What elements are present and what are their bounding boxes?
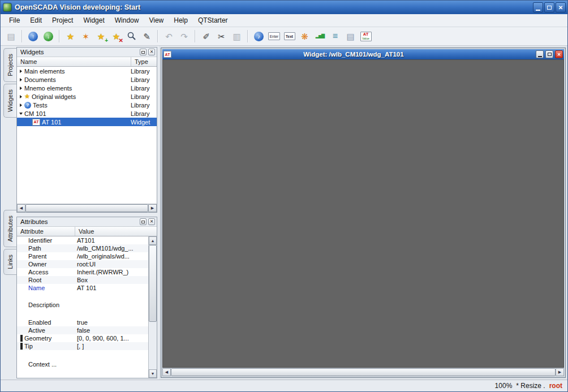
attr-row-name[interactable]: Name AT 101 <box>17 284 148 292</box>
diagram-element-icon[interactable]: ▂▅▇ <box>312 29 328 44</box>
menu-help[interactable]: Help <box>169 15 193 26</box>
paste-icon[interactable]: ▥ <box>229 29 244 44</box>
expand-arrow-icon[interactable] <box>17 78 24 81</box>
widgets-panel-header[interactable]: Widgets ✕ <box>17 48 157 57</box>
cursor-icon[interactable]: ✐ <box>199 29 214 44</box>
maximize-button[interactable] <box>544 2 554 12</box>
library-load-icon[interactable]: ✶ <box>78 29 93 44</box>
tree-row-tests[interactable]: ? Tests Library <box>17 101 157 109</box>
attr-row-context[interactable]: Context ... <box>17 360 148 368</box>
tree-row-main-elements[interactable]: Main elements Library <box>17 67 157 75</box>
media-element-icon[interactable]: ❋ <box>297 29 312 44</box>
column-type[interactable]: Type <box>131 57 157 66</box>
scroll-down-icon[interactable]: ▼ <box>149 369 157 378</box>
widget-add-icon[interactable]: ★+ <box>93 29 109 44</box>
tab-links[interactable]: Links <box>3 249 16 275</box>
float-button[interactable] <box>140 49 147 55</box>
toolbar-separator <box>59 30 60 42</box>
expand-arrow-icon[interactable] <box>17 95 24 98</box>
form-element-icon[interactable]: Enter <box>266 29 282 44</box>
attr-row-identifier[interactable]: Identifier AT101 <box>17 236 148 244</box>
attr-row-path[interactable]: Path /wlb_CM101/wdg_... <box>17 244 148 252</box>
tree-row-cm101[interactable]: CM 101 Library <box>17 109 157 118</box>
attr-row-geometry[interactable]: Geometry [0, 0, 900, 600, 1... <box>17 334 148 342</box>
attributes-column-header: Attribute Value <box>17 227 157 236</box>
column-attribute[interactable]: Attribute <box>17 227 75 236</box>
attr-row-owner[interactable]: Owner root:UI <box>17 260 148 268</box>
undo-icon[interactable]: ↶ <box>161 29 177 44</box>
sound-element-icon[interactable]: ♪ <box>251 29 266 44</box>
scroll-thumb[interactable] <box>25 204 148 212</box>
mdi-close-button[interactable]: ✕ <box>555 50 563 58</box>
scroll-left-icon[interactable]: ◀ <box>17 204 25 212</box>
mdi-maximize-button[interactable] <box>545 50 553 58</box>
menu-widget[interactable]: Widget <box>78 15 109 26</box>
attr-row-description[interactable]: Description <box>17 301 148 309</box>
attr-row-active[interactable]: Active false <box>17 326 148 334</box>
attr-row-root[interactable]: Root Box <box>17 276 148 284</box>
dock-close-button[interactable]: ✕ <box>148 49 155 55</box>
expand-arrow-icon[interactable] <box>20 335 23 342</box>
attr-row-tip[interactable]: Tip [, ] <box>17 342 148 350</box>
document-element-icon[interactable]: ▤ <box>343 29 358 44</box>
collapse-arrow-icon[interactable] <box>17 113 24 115</box>
scroll-thumb[interactable] <box>149 245 157 322</box>
toolbar-separator <box>247 30 248 42</box>
menu-project[interactable]: Project <box>47 15 78 26</box>
widget-editor-titlebar[interactable]: AT Widget: /wlb_CM101/wdg_AT101 ✕ <box>162 49 564 59</box>
redo-icon[interactable]: ↷ <box>177 29 192 44</box>
menu-window[interactable]: Window <box>110 15 144 26</box>
scroll-left-icon[interactable]: ◀ <box>162 368 171 376</box>
widgets-horizontal-scrollbar[interactable]: ◀ ▶ <box>17 204 157 212</box>
protocol-element-icon[interactable]: ≡ <box>328 29 343 44</box>
scroll-right-icon[interactable]: ▶ <box>556 368 564 376</box>
text-element-icon[interactable]: Text <box>282 29 297 44</box>
print-icon[interactable]: ▤ <box>3 29 19 44</box>
library-new-icon[interactable]: ★ <box>63 29 78 44</box>
tree-row-original-widgets[interactable]: ★ Original widgets Library <box>17 92 157 101</box>
close-button[interactable]: ✕ <box>556 2 566 12</box>
statusbar: 100% * Resize . root <box>1 380 567 391</box>
expand-arrow-icon[interactable] <box>17 87 24 90</box>
save-db-icon[interactable]: ↓ <box>41 29 56 44</box>
widget-edit-icon[interactable]: ✎ <box>139 29 154 44</box>
expand-arrow-icon[interactable] <box>17 104 24 107</box>
mdi-minimize-button[interactable] <box>536 50 544 58</box>
menu-edit[interactable]: Edit <box>25 15 47 26</box>
attr-row-parent[interactable]: Parent /wlb_originals/wd... <box>17 252 148 260</box>
widget-delete-icon[interactable]: ★✕ <box>109 29 124 44</box>
scroll-thumb[interactable] <box>171 368 556 376</box>
titlebar[interactable]: OpenSCADA Vision developing: Start ✕ <box>1 1 567 14</box>
expand-arrow-icon[interactable] <box>20 343 23 350</box>
scroll-right-icon[interactable]: ▶ <box>148 204 157 212</box>
scroll-up-icon[interactable]: ▲ <box>149 236 157 245</box>
widgets-panel-title: Widgets <box>20 49 138 55</box>
expand-arrow-icon[interactable] <box>17 70 24 73</box>
dock-close-button[interactable]: ✕ <box>148 218 155 225</box>
attributes-vertical-scrollbar[interactable]: ▲ ▼ <box>148 236 157 378</box>
menu-file[interactable]: File <box>4 15 25 26</box>
at-value-element-icon[interactable]: AT Value <box>358 29 373 44</box>
attributes-panel-header[interactable]: Attributes ✕ <box>17 217 157 227</box>
menu-qtstarter[interactable]: QTStarter <box>193 15 233 26</box>
tab-projects[interactable]: Projects <box>3 48 16 82</box>
menu-view[interactable]: View <box>144 15 169 26</box>
tree-row-documents[interactable]: Documents Library <box>17 75 157 84</box>
attr-row-access[interactable]: Access Inherit.(RWRWR_) <box>17 268 148 276</box>
attr-row-enabled[interactable]: Enabled true <box>17 318 148 326</box>
widget-properties-icon[interactable] <box>124 29 139 44</box>
cut-icon[interactable]: ✂ <box>214 29 229 44</box>
load-db-icon[interactable]: ↑ <box>25 29 41 44</box>
tree-row-at101-selected[interactable]: AT AT 101 Widget <box>17 118 157 126</box>
float-button[interactable] <box>140 218 147 225</box>
column-value[interactable]: Value <box>75 227 157 236</box>
tab-attributes[interactable]: Attributes <box>3 210 16 247</box>
close-icon: ✕ <box>150 50 154 54</box>
minimize-button[interactable] <box>533 2 543 12</box>
mdi-horizontal-scrollbar[interactable]: ◀ ▶ <box>162 368 564 376</box>
tab-widgets[interactable]: Widgets <box>3 84 16 118</box>
tree-row-mnemo-elements[interactable]: Mnemo elements Library <box>17 84 157 92</box>
at-widget-icon: AT <box>163 51 171 58</box>
column-name[interactable]: Name <box>17 57 131 66</box>
widget-canvas[interactable] <box>162 59 564 368</box>
